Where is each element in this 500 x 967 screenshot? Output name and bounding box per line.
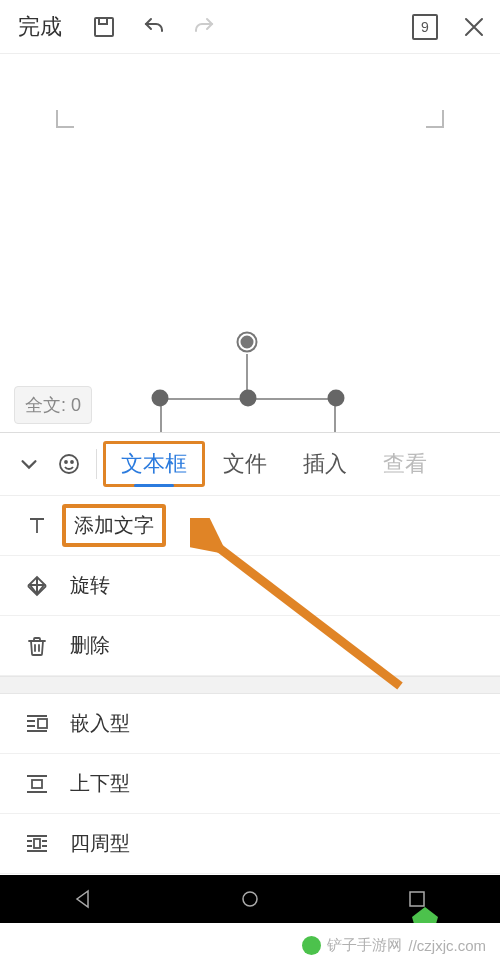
row-label: 嵌入型 <box>70 710 130 737</box>
row-label: 删除 <box>70 632 110 659</box>
panel-group-edit: 添加文字 旋转 删除 <box>0 496 500 676</box>
nav-back-icon[interactable] <box>63 879 103 919</box>
done-button[interactable]: 完成 <box>12 8 68 46</box>
row-wrap-square[interactable]: 四周型 <box>0 814 500 874</box>
section-divider <box>0 676 500 694</box>
row-delete[interactable]: 删除 <box>0 616 500 676</box>
tab-view[interactable]: 查看 <box>365 441 445 487</box>
wrap-inline-icon <box>22 709 52 739</box>
row-label: 旋转 <box>70 572 110 599</box>
delete-icon <box>22 631 52 661</box>
word-count-badge[interactable]: 全文: 0 <box>14 386 92 424</box>
document-canvas[interactable]: 全文: 0 <box>0 54 500 432</box>
tab-insert[interactable]: 插入 <box>285 441 365 487</box>
svg-rect-6 <box>34 839 40 848</box>
crop-corner-tr <box>426 110 444 128</box>
rotate-handle[interactable] <box>239 334 256 351</box>
row-wrap-inline[interactable]: 嵌入型 <box>0 694 500 754</box>
nav-home-icon[interactable] <box>230 879 270 919</box>
handle-tr[interactable] <box>328 390 345 407</box>
redo-icon <box>190 13 218 41</box>
wrap-topbottom-icon <box>22 769 52 799</box>
svg-point-2 <box>65 461 67 463</box>
wrap-square-icon <box>22 829 52 859</box>
handle-tm[interactable] <box>240 390 257 407</box>
watermark-brand: 铲子手游网 <box>327 936 402 955</box>
rotate-icon <box>22 571 52 601</box>
panel-group-wrap: 嵌入型 上下型 四周型 <box>0 694 500 874</box>
save-icon[interactable] <box>90 13 118 41</box>
close-icon[interactable] <box>460 13 488 41</box>
svg-rect-4 <box>38 719 47 728</box>
handle-tl[interactable] <box>152 390 169 407</box>
row-add-text[interactable]: 添加文字 <box>0 496 500 556</box>
page-indicator[interactable]: 9 <box>412 14 438 40</box>
row-wrap-topbottom[interactable]: 上下型 <box>0 754 500 814</box>
row-label: 上下型 <box>70 770 130 797</box>
tab-file[interactable]: 文件 <box>205 441 285 487</box>
collapse-panel-icon[interactable] <box>12 453 46 475</box>
svg-point-3 <box>71 461 73 463</box>
svg-rect-5 <box>32 780 42 788</box>
row-label: 添加文字 <box>62 504 166 547</box>
tab-textbox[interactable]: 文本框 <box>103 441 205 487</box>
svg-point-1 <box>60 455 78 473</box>
svg-rect-9 <box>410 892 424 906</box>
text-icon <box>22 511 52 541</box>
row-label: 四周型 <box>70 830 130 857</box>
row-rotate[interactable]: 旋转 <box>0 556 500 616</box>
tab-divider <box>96 449 97 479</box>
top-toolbar: 完成 9 <box>0 0 500 54</box>
watermark-host: //czjxjc.com <box>408 937 486 954</box>
watermark-logo-icon <box>302 936 321 955</box>
svg-point-8 <box>243 892 257 906</box>
svg-rect-0 <box>95 18 113 36</box>
crop-corner-tl <box>56 110 74 128</box>
tab-bar: 文本框 文件 插入 查看 <box>0 432 500 496</box>
emoji-icon[interactable] <box>52 452 86 476</box>
watermark-footer: 铲子手游网 //czjxjc.com <box>0 923 500 967</box>
undo-icon[interactable] <box>140 13 168 41</box>
